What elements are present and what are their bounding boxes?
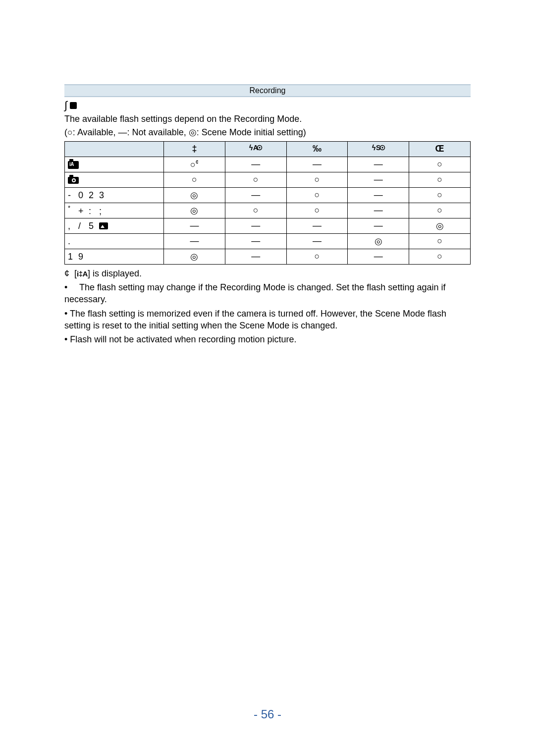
footnote: ¢ [i‡A] is displayed. xyxy=(64,268,471,279)
scene-icon: . xyxy=(68,236,76,247)
table-row: . — — — ◎ ○ xyxy=(65,233,471,249)
cell: ◎ xyxy=(164,187,225,203)
mode-cell-scene3: , / 5 xyxy=(65,218,164,233)
cell: ○ xyxy=(225,172,286,187)
bullet-note: • Flash will not be activated when recor… xyxy=(64,333,471,345)
svg-text:ϟS: ϟS xyxy=(372,144,380,152)
hcell-auto-redeye: ϟA xyxy=(225,141,286,157)
section-title: ∫ xyxy=(64,100,471,111)
scene-icon: / xyxy=(78,221,86,231)
cell: — xyxy=(286,233,348,249)
intro-legend: (○: Available, —: Not available, ◎: Scen… xyxy=(64,126,471,138)
flash-availability-table: ‡ ϟA ‰ ϟS Œ iA ○¢ xyxy=(64,141,471,265)
hcell-off: Œ xyxy=(409,141,471,157)
section-header: Recording xyxy=(64,84,471,97)
cell: — xyxy=(348,157,409,172)
hcell-empty xyxy=(65,141,164,157)
square-bullet-icon: ∫ xyxy=(64,100,67,111)
cell: ◎ xyxy=(164,249,225,264)
intro-text: The available flash settings depend on t… xyxy=(64,113,471,138)
hcell-slow-redeye: ϟS xyxy=(348,141,409,157)
cell: — xyxy=(164,233,225,249)
scene-icon: 5 xyxy=(89,221,97,231)
mode-cell-scene2: * + : ; xyxy=(65,203,164,218)
hcell-auto: ‡ xyxy=(164,141,225,157)
cell: — xyxy=(225,249,286,264)
scene-icon: 3 xyxy=(99,190,107,201)
cell: ○ xyxy=(286,172,348,187)
cell: — xyxy=(225,233,286,249)
hcell-force: ‰ xyxy=(286,141,348,157)
scene-icon: 0 xyxy=(78,190,86,201)
table-header-row: ‡ ϟA ‰ ϟS Œ xyxy=(65,141,471,157)
table-row: , / 5 — — — — ◎ xyxy=(65,218,471,233)
mode-cell-scene5: 1 9 xyxy=(65,249,164,264)
table-row: 1 9 ◎ — ○ — ○ xyxy=(65,249,471,264)
scene-icon: + xyxy=(78,206,86,216)
mode-cell-scene4: . xyxy=(65,233,164,249)
cell: ○ xyxy=(225,203,286,218)
cell: — xyxy=(348,203,409,218)
cell: ○¢ xyxy=(164,157,225,172)
cell: ○ xyxy=(409,187,471,203)
mode-cell-scene1: - 0 2 3 xyxy=(65,187,164,203)
table-row: * + : ; ◎ ○ ○ — ○ xyxy=(65,203,471,218)
ifa-label: i‡A xyxy=(77,270,88,278)
cell: — xyxy=(225,218,286,233)
cell: ○ xyxy=(164,172,225,187)
page-number: - 56 - xyxy=(0,707,535,721)
camera-icon xyxy=(68,177,79,184)
cell: — xyxy=(164,218,225,233)
cell: ○ xyxy=(286,203,348,218)
flash-slow-redeye-icon: ϟS xyxy=(372,144,385,152)
mode-cell-normal xyxy=(65,172,164,187)
cell: — xyxy=(286,218,348,233)
table-row: - 0 2 3 ◎ — ○ — ○ xyxy=(65,187,471,203)
scene-icon: 2 xyxy=(89,190,97,201)
svg-point-2 xyxy=(259,147,261,149)
scene-icon: 9 xyxy=(78,252,86,262)
scene-icon: ; xyxy=(99,206,107,216)
table-row: iA ○¢ — — — ○ xyxy=(65,157,471,172)
cell: ◎ xyxy=(348,233,409,249)
cell: — xyxy=(348,218,409,233)
bullet-note: • The flash setting is memorized even if… xyxy=(64,308,471,332)
cell: — xyxy=(348,187,409,203)
landscape-icon xyxy=(99,222,108,229)
intelligent-auto-icon: iA xyxy=(68,161,79,169)
cell: ○ xyxy=(409,172,471,187)
mode-cell-ia: iA xyxy=(65,157,164,172)
cell: — xyxy=(225,157,286,172)
table-row: ○ ○ ○ — ○ xyxy=(65,172,471,187)
intro-line1: The available flash settings depend on t… xyxy=(64,113,471,125)
bullet-note: • The flash setting may change if the Re… xyxy=(64,281,471,306)
svg-text:ϟA: ϟA xyxy=(249,144,258,152)
scene-icon: * xyxy=(68,204,76,212)
cell: — xyxy=(225,187,286,203)
section-header-text: Recording xyxy=(250,86,286,95)
scene-icon: : xyxy=(89,206,97,216)
scene-icon: 1 xyxy=(68,252,76,262)
cell: ○ xyxy=(409,249,471,264)
cell: ○ xyxy=(286,249,348,264)
cell: — xyxy=(348,249,409,264)
flash-auto-redeye-icon: ϟA xyxy=(249,144,263,152)
cell: ○ xyxy=(409,233,471,249)
scene-icon: - xyxy=(68,190,76,201)
cell: ○ xyxy=(409,157,471,172)
cell: ◎ xyxy=(409,218,471,233)
cell: — xyxy=(348,172,409,187)
cell: ○ xyxy=(409,203,471,218)
cell: — xyxy=(286,157,348,172)
cell: ○ xyxy=(286,187,348,203)
scene-icon: , xyxy=(68,221,76,231)
filled-square-icon xyxy=(70,102,77,109)
svg-point-5 xyxy=(381,147,383,149)
cell: ◎ xyxy=(164,203,225,218)
